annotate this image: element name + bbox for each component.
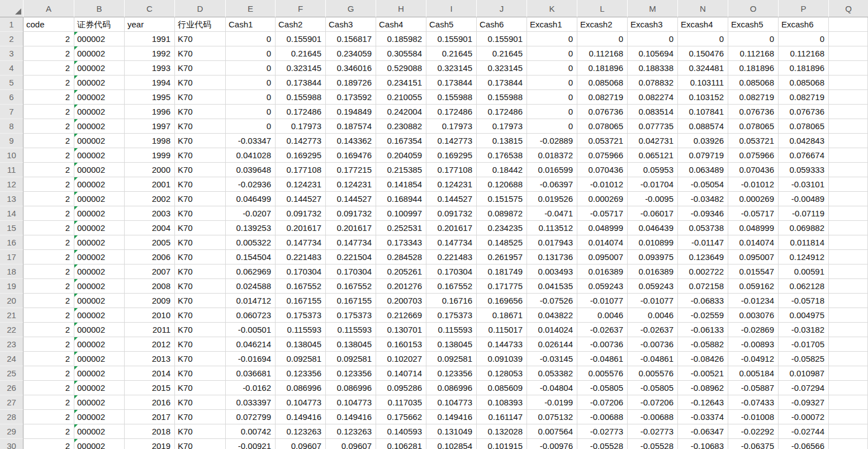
cell-J24[interactable]: 0.091039 (477, 352, 527, 366)
cell-K19[interactable]: 0.041535 (527, 279, 577, 294)
cell-L10[interactable]: 0.075966 (577, 148, 628, 163)
cell-P6[interactable]: 0.082719 (779, 90, 829, 105)
cell-K8[interactable]: 0 (527, 119, 577, 134)
cell-I17[interactable]: 0.221483 (426, 250, 477, 264)
cell-D15[interactable]: K70 (175, 221, 226, 235)
cell-I28[interactable]: 0.149416 (426, 410, 477, 424)
cell-J13[interactable]: 0.151575 (477, 192, 527, 206)
cell-C10[interactable]: 1999 (125, 148, 175, 163)
cell-N10[interactable]: 0.079719 (678, 148, 728, 163)
cell-Q22[interactable] (829, 323, 868, 337)
cell-G25[interactable]: 0.123356 (326, 366, 376, 381)
column-header-D[interactable]: D (175, 0, 226, 17)
cell-G14[interactable]: 0.091732 (326, 206, 376, 221)
cell-P14[interactable]: -0.07119 (779, 206, 829, 221)
cell-N23[interactable]: -0.05882 (678, 337, 728, 352)
cell-B4[interactable]: 000002 (74, 61, 125, 75)
cell-H15[interactable]: 0.252531 (376, 221, 426, 235)
cell-E25[interactable]: 0.036681 (226, 366, 276, 381)
cell-C26[interactable]: 2015 (125, 381, 175, 395)
row-header-28[interactable]: 28 (0, 410, 23, 424)
cell-L25[interactable]: 0.005576 (577, 366, 628, 381)
cell-F23[interactable]: 0.138045 (276, 337, 326, 352)
cell-O29[interactable]: -0.02292 (728, 424, 779, 439)
cell-A12[interactable]: 2 (23, 177, 74, 192)
cell-C3[interactable]: 1992 (125, 46, 175, 61)
cell-D23[interactable]: K70 (175, 337, 226, 352)
cell-E13[interactable]: 0.046499 (226, 192, 276, 206)
cell-B3[interactable]: 000002 (74, 46, 125, 61)
cell-C15[interactable]: 2004 (125, 221, 175, 235)
cell-K18[interactable]: 0.003493 (527, 264, 577, 279)
cell-P13[interactable]: -0.00489 (779, 192, 829, 206)
cell-N1[interactable]: Excash4 (678, 17, 728, 32)
row-header-12[interactable]: 12 (0, 177, 23, 192)
cell-L4[interactable]: 0.181896 (577, 61, 628, 75)
cell-O6[interactable]: 0.082719 (728, 90, 779, 105)
row-header-7[interactable]: 7 (0, 105, 23, 119)
cell-H24[interactable]: 0.102027 (376, 352, 426, 366)
cell-N22[interactable]: -0.06133 (678, 323, 728, 337)
cell-D16[interactable]: K70 (175, 235, 226, 250)
cell-A10[interactable]: 2 (23, 148, 74, 163)
cell-K1[interactable]: Excash1 (527, 17, 577, 32)
cell-O17[interactable]: 0.095007 (728, 250, 779, 264)
cell-P25[interactable]: 0.010987 (779, 366, 829, 381)
cell-E5[interactable]: 0 (226, 75, 276, 90)
cell-I3[interactable]: 0.21645 (426, 46, 477, 61)
cell-G2[interactable]: 0.156817 (326, 32, 376, 46)
column-header-A[interactable]: A (23, 0, 74, 17)
cell-O13[interactable]: 0.000269 (728, 192, 779, 206)
cell-L3[interactable]: 0.112168 (577, 46, 628, 61)
cell-D14[interactable]: K70 (175, 206, 226, 221)
cell-G6[interactable]: 0.173592 (326, 90, 376, 105)
cell-J4[interactable]: 0.323145 (477, 61, 527, 75)
cell-O1[interactable]: Excash5 (728, 17, 779, 32)
cell-H28[interactable]: 0.175662 (376, 410, 426, 424)
cell-K21[interactable]: 0.043822 (527, 308, 577, 323)
cell-J6[interactable]: 0.155988 (477, 90, 527, 105)
cell-L12[interactable]: -0.01012 (577, 177, 628, 192)
cell-P23[interactable]: -0.01705 (779, 337, 829, 352)
cell-L20[interactable]: -0.01077 (577, 294, 628, 308)
cell-E12[interactable]: -0.02936 (226, 177, 276, 192)
cell-I13[interactable]: 0.144527 (426, 192, 477, 206)
cell-I8[interactable]: 0.17973 (426, 119, 477, 134)
cell-G10[interactable]: 0.169476 (326, 148, 376, 163)
row-header-17[interactable]: 17 (0, 250, 23, 264)
cell-E4[interactable]: 0 (226, 61, 276, 75)
cell-I2[interactable]: 0.155901 (426, 32, 477, 46)
cell-C6[interactable]: 1995 (125, 90, 175, 105)
cell-N9[interactable]: 0.03926 (678, 134, 728, 148)
cell-P24[interactable]: -0.05825 (779, 352, 829, 366)
cell-H3[interactable]: 0.305584 (376, 46, 426, 61)
cell-O20[interactable]: -0.01234 (728, 294, 779, 308)
cell-J19[interactable]: 0.171775 (477, 279, 527, 294)
cell-G28[interactable]: 0.149416 (326, 410, 376, 424)
cell-I30[interactable]: 0.102854 (426, 439, 477, 449)
cell-I10[interactable]: 0.169295 (426, 148, 477, 163)
cell-L22[interactable]: -0.02637 (577, 323, 628, 337)
cell-M25[interactable]: 0.005576 (628, 366, 678, 381)
row-header-6[interactable]: 6 (0, 90, 23, 105)
cell-C2[interactable]: 1991 (125, 32, 175, 46)
cell-P10[interactable]: 0.076674 (779, 148, 829, 163)
cell-N27[interactable]: -0.12643 (678, 395, 728, 410)
cell-Q26[interactable] (829, 381, 868, 395)
cell-I12[interactable]: 0.124231 (426, 177, 477, 192)
cell-C5[interactable]: 1994 (125, 75, 175, 90)
cell-C1[interactable]: year (125, 17, 175, 32)
cell-Q16[interactable] (829, 235, 868, 250)
cell-Q1[interactable] (829, 17, 868, 32)
cell-J2[interactable]: 0.155901 (477, 32, 527, 46)
cell-E26[interactable]: -0.0162 (226, 381, 276, 395)
cell-D30[interactable]: K70 (175, 439, 226, 449)
cell-O24[interactable]: -0.04912 (728, 352, 779, 366)
cell-P1[interactable]: Excash6 (779, 17, 829, 32)
cell-K26[interactable]: -0.04804 (527, 381, 577, 395)
cell-B13[interactable]: 000002 (74, 192, 125, 206)
cell-D25[interactable]: K70 (175, 366, 226, 381)
cell-M19[interactable]: 0.059243 (628, 279, 678, 294)
cell-H7[interactable]: 0.242004 (376, 105, 426, 119)
cell-H11[interactable]: 0.215385 (376, 163, 426, 177)
